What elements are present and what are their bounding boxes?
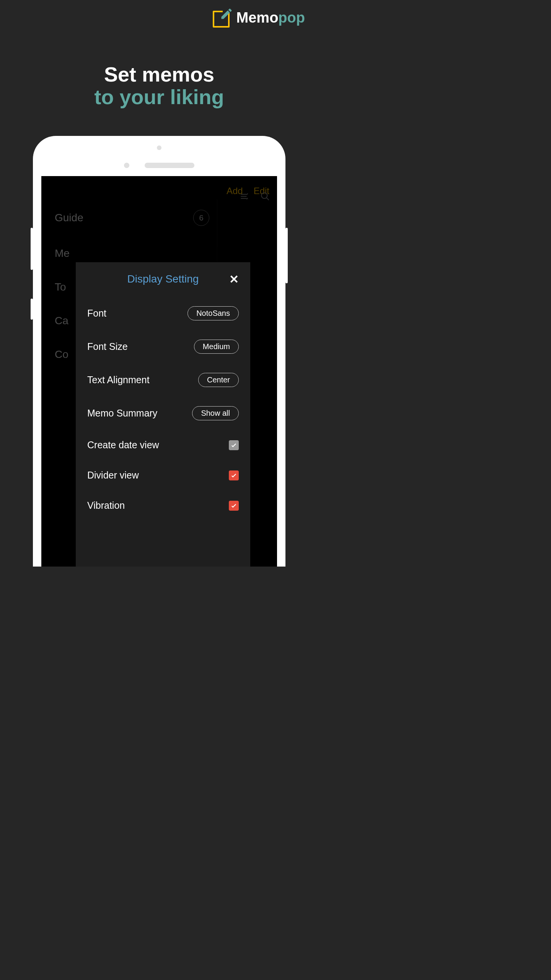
- phone-power-button: [285, 228, 288, 283]
- app-logo: Memopop: [213, 8, 305, 28]
- check-icon: [230, 442, 237, 449]
- sidebar-item-count: 6: [193, 210, 209, 226]
- sidebar-item-label: Me: [55, 247, 70, 260]
- setting-label: Font: [87, 308, 106, 319]
- phone-screen: Add Edit Guide 6 Me: [41, 176, 277, 567]
- setting-row-font: Font NotoSans: [87, 297, 239, 330]
- setting-label: Vibration: [87, 500, 125, 511]
- tagline: Set memos to your liking: [0, 63, 318, 109]
- checkbox-create-date-view[interactable]: [229, 440, 239, 450]
- logo-text: Memopop: [236, 10, 305, 26]
- setting-row-font-size: Font Size Medium: [87, 330, 239, 363]
- checkbox-vibration[interactable]: [229, 501, 239, 511]
- sidebar-item-label: Ca: [55, 315, 68, 327]
- setting-row-memo-summary: Memo Summary Show all: [87, 397, 239, 430]
- pencil-icon: [220, 7, 233, 21]
- phone-camera-dot: [157, 145, 161, 150]
- search-icon[interactable]: [260, 191, 270, 201]
- setting-label: Memo Summary: [87, 408, 157, 419]
- sidebar-item-label: To: [55, 281, 66, 293]
- sidebar-item-guide[interactable]: Guide 6: [41, 199, 217, 237]
- svg-line-1: [266, 198, 269, 200]
- setting-label: Divider view: [87, 470, 139, 481]
- sidebar-item-label: Guide: [55, 212, 83, 224]
- check-icon: [230, 472, 237, 479]
- check-icon: [230, 502, 237, 509]
- setting-row-text-alignment: Text Alignment Center: [87, 363, 239, 397]
- setting-value-font[interactable]: NotoSans: [187, 306, 239, 320]
- phone-speaker: [145, 163, 194, 168]
- phone-front-camera: [124, 163, 129, 168]
- setting-value-memo-summary[interactable]: Show all: [192, 406, 239, 420]
- sidebar-item-label: Co: [55, 348, 68, 361]
- svg-point-0: [261, 193, 267, 198]
- tagline-line-1: Set memos: [0, 63, 318, 86]
- setting-label: Text Alignment: [87, 374, 150, 385]
- display-setting-modal: Display Setting ✕ Font NotoSans Font Siz…: [76, 262, 250, 567]
- setting-label: Create date view: [87, 439, 159, 451]
- checkbox-divider-view[interactable]: [229, 470, 239, 480]
- sort-icon[interactable]: [240, 191, 249, 201]
- setting-row-vibration: Vibration: [87, 490, 239, 521]
- phone-frame: Add Edit Guide 6 Me: [33, 136, 285, 567]
- setting-row-divider-view: Divider view: [87, 460, 239, 490]
- modal-title: Display Setting: [127, 273, 199, 285]
- setting-value-font-size[interactable]: Medium: [194, 340, 239, 354]
- setting-value-text-alignment[interactable]: Center: [198, 373, 239, 387]
- setting-label: Font Size: [87, 341, 128, 352]
- setting-row-create-date-view: Create date view: [87, 430, 239, 460]
- logo-icon: [213, 8, 233, 28]
- tagline-line-2: to your liking: [0, 86, 318, 108]
- close-icon[interactable]: ✕: [229, 274, 239, 285]
